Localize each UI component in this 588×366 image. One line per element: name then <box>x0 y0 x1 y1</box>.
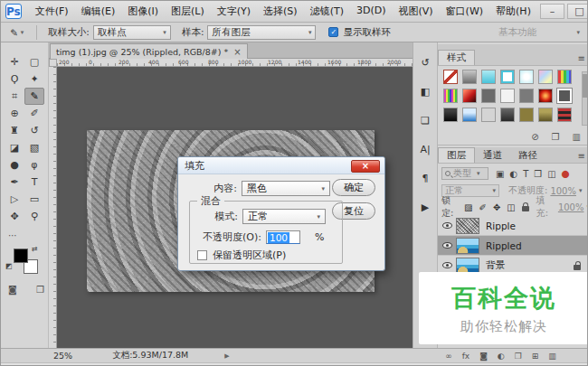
layer-thumbnail[interactable] <box>456 238 479 254</box>
tab-styles[interactable]: 样式 <box>438 50 475 65</box>
rectangle-tool[interactable]: ▭ <box>24 191 44 208</box>
active-tool-chip[interactable]: ✎ ▾ <box>10 27 24 38</box>
clear-style-icon[interactable]: ⊘ <box>531 132 538 142</box>
pen-tool[interactable]: ✒ <box>5 174 24 191</box>
visibility-toggle[interactable] <box>438 242 456 249</box>
menu-item-选择(S)[interactable]: 选择(S) <box>257 5 304 18</box>
layer-row-Ripple[interactable]: Ripple <box>438 216 588 236</box>
visibility-toggle[interactable] <box>438 262 456 268</box>
close-tab-icon[interactable]: × <box>233 47 241 57</box>
lock-transparent-icon[interactable]: ▨ <box>464 202 472 212</box>
lock-all-icon[interactable] <box>522 206 529 211</box>
layer-mask-icon[interactable]: ◙ <box>479 352 488 361</box>
style-swatch-16[interactable] <box>462 108 477 122</box>
rectangular-marquee-tool[interactable]: ▢ <box>24 53 44 70</box>
eyedropper-tool[interactable]: ✎ <box>24 88 44 105</box>
style-swatch-20[interactable] <box>538 108 553 122</box>
crop-tool[interactable]: ⌗ <box>5 88 24 105</box>
dodge-tool[interactable]: φ <box>24 156 44 174</box>
styles-scrollbar[interactable] <box>582 71 588 126</box>
workspace-select[interactable]: 基本功能 ▾ <box>498 26 580 39</box>
menu-item-滤镜(T)[interactable]: 滤镜(T) <box>304 5 350 18</box>
style-swatch-14[interactable] <box>557 89 572 103</box>
status-arrow-icon[interactable]: ▶ <box>224 352 229 360</box>
restore-button[interactable]: □ <box>567 4 588 19</box>
new-style-icon[interactable]: ❐ <box>552 132 560 142</box>
adjustment-layer-icon[interactable]: ◐ <box>498 352 505 361</box>
visibility-toggle[interactable] <box>438 222 456 229</box>
layer-thumbnail[interactable] <box>456 258 479 274</box>
layer-filter-select[interactable]: 类型 ▾ <box>441 167 488 180</box>
preserve-transparency-checkbox[interactable] <box>197 250 207 260</box>
filter-smart-objects-icon[interactable]: ◫ <box>547 169 555 179</box>
style-swatch-7[interactable] <box>557 70 572 84</box>
hand-tool[interactable]: ✥ <box>5 208 24 225</box>
ok-button[interactable]: 确定 <box>332 179 375 196</box>
type-tool[interactable]: T <box>24 174 44 191</box>
style-swatch-8[interactable] <box>443 89 458 103</box>
menu-item-文字(Y)[interactable]: 文字(Y) <box>211 5 257 18</box>
style-swatch-5[interactable] <box>519 70 534 84</box>
quick-selection-tool[interactable]: ✦ <box>24 70 44 88</box>
panel-menu-icon[interactable]: ≡ <box>578 53 585 63</box>
tab-图层[interactable]: 图层 <box>438 147 475 163</box>
menu-item-窗口(W)[interactable]: 窗口(W) <box>440 5 489 18</box>
filter-type-layers-icon[interactable]: T <box>523 169 528 179</box>
menu-item-3D(D)[interactable]: 3D(D) <box>350 5 393 18</box>
brush-tool[interactable]: ✐ <box>24 105 44 122</box>
paragraph-panel-icon[interactable]: ¶ <box>416 169 435 188</box>
layer-style-icon[interactable]: fx <box>462 352 470 361</box>
delete-style-icon[interactable]: ▥ <box>573 132 581 142</box>
style-swatch-18[interactable] <box>500 108 515 122</box>
zoom-level[interactable]: 25% <box>53 351 72 361</box>
healing-brush-tool[interactable]: ⊕ <box>5 105 24 122</box>
style-swatch-6[interactable] <box>538 70 553 84</box>
style-swatch-19[interactable] <box>519 108 534 122</box>
fill-value[interactable]: 100% <box>558 202 584 212</box>
content-select[interactable]: 黑色 ▾ <box>242 181 330 196</box>
gradient-tool[interactable]: ▧ <box>24 139 44 156</box>
actions-panel-icon[interactable]: ▶ <box>416 198 435 217</box>
style-swatch-11[interactable] <box>500 89 515 103</box>
filter-pixel-layers-icon[interactable]: ▣ <box>496 169 504 179</box>
style-swatch-21[interactable] <box>557 108 572 122</box>
style-swatch-12[interactable] <box>519 89 534 103</box>
dialog-close-button[interactable]: × <box>351 160 380 173</box>
style-swatch-10[interactable] <box>481 89 496 103</box>
adjustments-panel-icon[interactable]: ◧ <box>416 82 435 101</box>
style-swatch-17[interactable] <box>481 108 496 122</box>
style-swatch-13[interactable] <box>538 89 553 103</box>
document-tab[interactable]: timg (1).jpg @ 25% (Rippled, RGB/8#) * × <box>50 43 248 59</box>
history-panel-icon[interactable]: ↺ <box>416 53 435 72</box>
style-swatch-1[interactable] <box>443 70 458 84</box>
layer-row-Rippled[interactable]: Rippled <box>438 236 588 256</box>
zoom-tool[interactable]: ⚲ <box>24 208 44 225</box>
lock-artboard-icon[interactable]: ◫ <box>507 202 515 212</box>
minimize-button[interactable]: – <box>540 4 564 19</box>
edit-toolbar-icon[interactable]: ⋯ <box>8 230 18 240</box>
sample-select[interactable]: 所有图层 ▾ <box>207 25 316 40</box>
menu-item-文件(F)[interactable]: 文件(F) <box>29 5 75 18</box>
tab-路径[interactable]: 路径 <box>510 148 545 164</box>
filter-shape-layers-icon[interactable]: ❒ <box>534 169 542 179</box>
menu-item-视图(V)[interactable]: 视图(V) <box>392 5 439 18</box>
sample-size-select[interactable]: 取样点 ▾ <box>93 25 171 40</box>
blur-tool[interactable]: ● <box>5 156 24 174</box>
tab-通道[interactable]: 通道 <box>475 148 510 164</box>
quick-mask-icon[interactable]: ◙ <box>8 285 17 295</box>
default-colors-icon[interactable]: ◩ <box>5 262 13 270</box>
style-swatch-15[interactable] <box>443 108 458 122</box>
history-brush-tool[interactable]: ↺ <box>24 122 44 139</box>
path-selection-tool[interactable]: ▷ <box>5 191 24 208</box>
foreground-color-swatch[interactable] <box>14 249 28 263</box>
new-layer-icon[interactable]: ⊞ <box>532 352 539 361</box>
opacity-input[interactable]: 100 <box>266 230 300 244</box>
style-swatch-4[interactable] <box>500 70 515 84</box>
link-layers-icon[interactable]: ∞ <box>445 352 452 361</box>
move-tool[interactable]: ✛ <box>5 53 24 70</box>
panel-menu-icon[interactable]: ≡ <box>578 151 585 161</box>
swap-colors-icon[interactable]: ⇄ <box>32 245 38 253</box>
character-panel-icon[interactable]: A| <box>416 140 435 159</box>
style-swatch-9[interactable] <box>462 89 477 103</box>
show-ring-checkbox[interactable]: ✓ <box>328 27 338 37</box>
